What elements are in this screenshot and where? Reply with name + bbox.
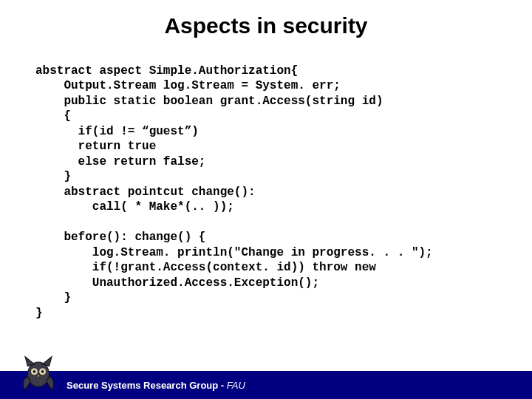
svg-point-3	[33, 370, 36, 373]
code-line: call( * Make*(.. ));	[35, 200, 234, 214]
code-line: if(!grant.Access(context. id)) throw new	[35, 261, 376, 274]
code-line: Output.Stream log.Stream = System. err;	[35, 79, 341, 92]
code-line: }	[35, 307, 43, 320]
code-line: abstract pointcut change():	[35, 185, 256, 199]
svg-point-4	[41, 370, 44, 373]
slide-title: Aspects in security	[0, 0, 532, 46]
slide: Aspects in security abstract aspect Simp…	[0, 0, 532, 399]
code-line: abstract aspect Simple.Authorization{	[35, 64, 298, 78]
owl-logo-icon	[16, 350, 61, 395]
footer-bar: Secure Systems Research Group - FAU	[0, 371, 532, 399]
code-line: return true	[35, 140, 156, 153]
code-line: if(id != “guest”)	[35, 125, 199, 138]
code-line: Unauthorized.Access.Exception();	[35, 276, 319, 290]
footer-text: Secure Systems Research Group - FAU	[66, 380, 245, 391]
code-line: }	[35, 170, 71, 183]
code-line: before(): change() {	[35, 231, 205, 244]
code-line: }	[35, 291, 71, 304]
code-block: abstract aspect Simple.Authorization{ Ou…	[0, 46, 532, 321]
code-line: public static boolean grant.Access(strin…	[35, 95, 383, 108]
footer-org: FAU	[227, 380, 245, 391]
footer-inner: Secure Systems Research Group - FAU	[0, 371, 532, 399]
footer-sep: -	[218, 380, 227, 391]
code-line: {	[35, 109, 71, 123]
footer-group: Secure Systems Research Group	[66, 380, 218, 391]
code-line: else return false;	[35, 155, 205, 168]
svg-point-0	[27, 362, 49, 387]
code-line: log.Stream. println("Change in progress.…	[35, 246, 433, 259]
